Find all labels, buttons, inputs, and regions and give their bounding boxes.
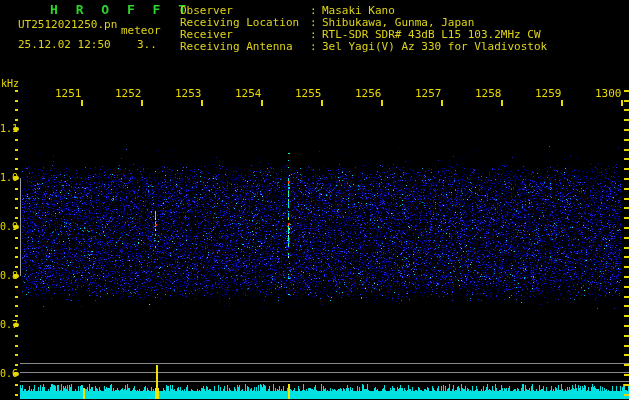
freq-axis-minor-tick — [15, 364, 18, 366]
right-edge-tick — [624, 325, 629, 327]
freq-axis-minor-tick — [15, 286, 18, 288]
time-axis-label: 1253 — [175, 88, 202, 99]
right-edge-tick — [624, 384, 629, 386]
station-field-label: Observer — [180, 5, 233, 16]
right-edge-tick — [624, 158, 629, 160]
time-axis-tick — [261, 100, 263, 106]
station-field-label: Receiving Location — [180, 17, 299, 28]
right-edge-tick — [624, 305, 629, 307]
right-edge-tick — [624, 276, 629, 278]
freq-axis-minor-tick — [15, 168, 18, 170]
freq-axis-minor-tick — [15, 158, 18, 160]
right-edge-tick — [624, 119, 629, 121]
right-edge-tick — [624, 178, 629, 180]
right-edge-tick — [624, 335, 629, 337]
freq-axis-unit-label: kHz — [1, 79, 19, 89]
time-axis-tick — [501, 100, 503, 106]
right-edge-tick — [624, 374, 629, 376]
station-field-value: RTL-SDR SDR# 43dB L15 103.2MHz CW — [322, 29, 541, 40]
freq-axis-minor-tick — [15, 139, 18, 141]
freq-axis-minor-tick — [15, 335, 18, 337]
freq-axis-minor-tick — [15, 296, 18, 298]
time-axis-label: 1254 — [235, 88, 262, 99]
overlay-layer: H R O F F T UT2512021250.pn meteor 25.12… — [0, 0, 629, 400]
time-axis-label: 1255 — [295, 88, 322, 99]
right-edge-tick — [624, 345, 629, 347]
freq-axis-major-tick — [13, 176, 19, 180]
time-axis-tick — [561, 100, 563, 106]
station-field-label: Receiver — [180, 29, 233, 40]
station-field-separator: : — [310, 17, 317, 28]
freq-axis-minor-tick — [15, 100, 18, 102]
station-field-value: Masaki Kano — [322, 5, 395, 16]
time-axis-tick — [201, 100, 203, 106]
station-field-label: Receiving Antenna — [180, 41, 293, 52]
right-edge-tick — [624, 217, 629, 219]
right-edge-tick — [624, 129, 629, 131]
time-axis-label: 1300 — [595, 88, 622, 99]
hrofft-screen: H R O F F T UT2512021250.pn meteor 25.12… — [0, 0, 629, 400]
time-axis-label: 1251 — [55, 88, 82, 99]
freq-axis-minor-tick — [15, 207, 18, 209]
freq-axis-minor-tick — [15, 394, 18, 396]
right-edge-tick — [624, 247, 629, 249]
freq-axis-major-tick — [13, 372, 19, 376]
freq-axis-minor-tick — [15, 119, 18, 121]
right-edge-tick — [624, 198, 629, 200]
right-edge-tick — [624, 100, 629, 102]
time-axis-label: 1252 — [115, 88, 142, 99]
time-axis-tick — [381, 100, 383, 106]
time-axis-tick — [441, 100, 443, 106]
freq-axis-minor-tick — [15, 237, 18, 239]
freq-axis-major-tick — [13, 274, 19, 278]
freq-axis-minor-tick — [15, 315, 18, 317]
time-axis-label: 1257 — [415, 88, 442, 99]
app-title: H R O F F T — [50, 3, 191, 16]
freq-axis-minor-tick — [15, 198, 18, 200]
right-edge-tick — [624, 296, 629, 298]
right-edge-tick — [624, 168, 629, 170]
freq-axis-minor-tick — [15, 384, 18, 386]
freq-axis-minor-tick — [15, 256, 18, 258]
right-edge-tick — [624, 139, 629, 141]
station-field-separator: : — [310, 5, 317, 16]
time-axis-tick — [81, 100, 83, 106]
freq-axis-minor-tick — [15, 109, 18, 111]
right-edge-tick — [624, 364, 629, 366]
right-edge-tick — [624, 90, 629, 92]
freq-axis-minor-tick — [15, 305, 18, 307]
freq-axis-minor-tick — [15, 188, 18, 190]
station-field-value: 3el Yagi(V) Az 330 for Vladivostok — [322, 41, 547, 52]
output-filename: UT2512021250.pn — [18, 19, 117, 30]
output-filename-sublabel: meteor — [121, 25, 161, 36]
station-field-separator: : — [310, 41, 317, 52]
right-edge-tick — [624, 109, 629, 111]
right-edge-tick — [624, 286, 629, 288]
time-axis-label: 1256 — [355, 88, 382, 99]
right-edge-tick — [624, 354, 629, 356]
freq-axis-minor-tick — [15, 345, 18, 347]
right-edge-tick — [624, 149, 629, 151]
freq-axis-major-tick — [13, 127, 19, 131]
right-edge-tick — [624, 394, 629, 396]
freq-axis-minor-tick — [15, 266, 18, 268]
right-edge-tick — [624, 188, 629, 190]
right-edge-tick — [624, 315, 629, 317]
right-edge-tick — [624, 207, 629, 209]
time-axis-tick — [621, 100, 623, 106]
station-field-separator: : — [310, 29, 317, 40]
freq-axis-major-tick — [13, 225, 19, 229]
freq-axis-minor-tick — [15, 217, 18, 219]
right-edge-tick — [624, 266, 629, 268]
time-axis-label: 1258 — [475, 88, 502, 99]
freq-axis-minor-tick — [15, 247, 18, 249]
right-edge-tick — [624, 256, 629, 258]
right-edge-tick — [624, 237, 629, 239]
time-axis-tick — [141, 100, 143, 106]
time-axis-tick — [321, 100, 323, 106]
station-field-value: Shibukawa, Gunma, Japan — [322, 17, 474, 28]
freq-axis-minor-tick — [15, 90, 18, 92]
freq-axis-minor-tick — [15, 354, 18, 356]
counter-label: 3.. — [137, 39, 157, 50]
right-edge-tick — [624, 227, 629, 229]
